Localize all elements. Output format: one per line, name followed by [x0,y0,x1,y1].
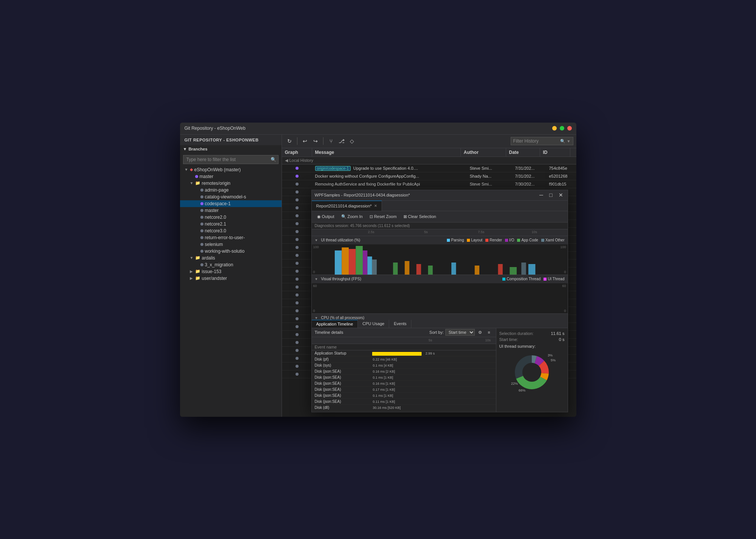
timeline-row-disk-json-5[interactable]: Disk (json:SEA) 0.1 ms [1 KB] [312,393,496,399]
svg-rect-11 [451,263,456,275]
tl-bar-area-disk-sys: 0.1 ms [4 KB] [372,363,496,368]
sidebar: Git Repository - eShopOnWeb ▼ Branches 🔍… [180,135,282,417]
legend-composition: Composition Thread [502,277,540,281]
commit-row-0[interactable]: origin/codespace-1 Upgrade to use Specif… [282,164,576,172]
diag-tab-close-icon[interactable]: ✕ [374,204,377,208]
graph-cell-2 [282,180,312,188]
svg-rect-15 [521,263,526,275]
col-event-name: Event name [315,345,448,349]
sort-select[interactable]: Start time Duration [445,329,475,336]
tab-events[interactable]: Events [389,320,411,328]
tree-item-master-remote[interactable]: master [180,207,282,214]
timeline-row-disk-json-6[interactable]: Disk (json:SEA) 0.11 ms [1 KB] [312,399,496,405]
tag-button[interactable]: ◇ [348,137,357,146]
diag-title-bar: WPFSamples - Report20211014-0434.diagses… [312,190,568,201]
diag-close-button[interactable]: ✕ [557,192,565,198]
tree-item-3x-migration[interactable]: 3_x_migration [180,261,282,268]
minimize-button[interactable] [552,126,557,131]
legend-render: Render [485,238,502,242]
tree-item-codespace-1[interactable]: codespace-1 [180,200,282,207]
branches-header[interactable]: ▼ Branches [180,145,282,153]
tl-name-disk-json-6: Disk (json:SEA) [312,399,372,404]
tab-cpu-usage[interactable]: CPU Usage [358,320,389,328]
timeline-row-disk-json-1[interactable]: Disk (json:SEA) 0.16 ms [2 KB] [312,369,496,375]
diag-inner-toolbar: ◉ Output 🔍 Zoom In ⊡ Reset Zoom ⊠ Clear … [312,211,568,223]
tree-item-working-with[interactable]: working-with-solutio [180,248,282,255]
filter-history-input[interactable] [513,138,559,144]
tree-item-ardalis[interactable]: ▼ 📁 ardalis [180,255,282,261]
tl-name-disk-json-5: Disk (json:SEA) [312,393,372,398]
tree-item-user-andster[interactable]: ▶ 📁 user/andster [180,275,282,282]
tree-item-issue-153[interactable]: ▶ 📁 issue-153 [180,268,282,275]
legend-dot-layout [467,239,470,242]
branch-button[interactable]: ⑂ [326,137,336,146]
sort-options-button[interactable]: ⚙ [476,329,484,336]
timeline-row-disk-sys[interactable]: Disk (sys) 0.1 ms [4 KB] [312,362,496,369]
zoom-in-icon: 🔍 [341,214,346,219]
commit-dot-5 [296,206,299,209]
id-cell-0: 754c845e [546,164,576,172]
tree-item-netcore30[interactable]: netcore3.0 [180,227,282,234]
tree-item-return-error[interactable]: return-error-to-user- [180,234,282,241]
timeline-row-disk-dll-2[interactable]: Disk (dll) 3.06 ms [104 KB] [312,411,496,412]
tl-duration-app-startup: 2.99 s [424,352,435,355]
svg-rect-5 [367,256,372,275]
commit-row-2[interactable]: Removing AuthService and fixing Dockerfi… [282,180,576,188]
tl-bar-area-disk-dll-1: 30.16 ms [520 KB] [372,405,496,410]
redo-button[interactable]: ↪ [311,137,320,146]
tree-item-selenium[interactable]: selenium [180,241,282,248]
timeline-rows: Application Startup 2.99 s Disk (pf) 0.2… [312,350,496,412]
commit-row-1[interactable]: Docker working without Configure Configu… [282,172,576,180]
diag-minimize-button[interactable]: ─ [538,192,545,198]
maximize-button[interactable] [560,126,564,131]
tree-item-netcore20[interactable]: netcore2.0 [180,214,282,221]
timeline-row-disk-json-2[interactable]: Disk (json:SEA) 0.1 ms [1 KB] [312,375,496,381]
start-time-value: 0 s [559,337,565,342]
group-button[interactable]: ≡ [485,329,493,336]
filter-dropdown-icon[interactable]: ▼ [567,139,571,143]
commit-dot-8 [296,230,299,233]
graph-cell-3 [282,188,312,196]
tree-item-master[interactable]: master [180,173,282,180]
commit-dot-17 [296,301,299,304]
tree-item-catalog-viewmodel[interactable]: catalog-viewmodel-s [180,193,282,200]
tree-item-netcore21[interactable]: netcore2.1 [180,221,282,227]
close-button[interactable] [567,126,572,131]
tree-item-remotes-origin[interactable]: ▼ 📁 remotes/origin [180,180,282,187]
graph-cell-9 [282,236,312,243]
undo-button[interactable]: ↩ [300,137,309,146]
diag-maximize-button[interactable]: □ [548,192,554,198]
chart-fps-header[interactable]: ▼ Visual throughput (FPS) Composition Th… [312,275,568,283]
zoom-in-button[interactable]: 🔍 Zoom In [339,213,365,220]
timeline-row-disk-json-4[interactable]: Disk (json:SEA) 0.17 ms [1 KB] [312,387,496,393]
timeline-row-disk-pf[interactable]: Disk (pf) 0.22 ms [46 KB] [312,356,496,362]
filter-box: 🔍 [183,155,279,164]
donut-label-66pct: 66% [519,389,525,392]
chart-collapse-icon-2: ▼ [315,277,318,281]
tree-item-admin-page[interactable]: admin-page [180,187,282,193]
graph-cell-22 [282,339,312,346]
merge-button[interactable]: ⎇ [337,137,346,146]
chart-cpu-label: CPU (% of all processors) [321,316,364,320]
reset-zoom-button[interactable]: ⊡ Reset Zoom [367,213,399,220]
output-button[interactable]: ◉ Output [315,213,337,220]
legend-ui-thread-fps: UI Thread [544,277,564,281]
branch-filter-input[interactable] [183,155,279,164]
col-header-id: ID [540,148,570,157]
chart-ui-thread-header[interactable]: ▼ UI thread utilization (%) Parsing Layo… [312,236,568,244]
tl-name-disk-dll-2: Disk (dll) [312,412,372,412]
svg-rect-16 [528,264,535,275]
diag-tab-report[interactable]: Report20211014.diagsession* ✕ [312,201,382,211]
refresh-button[interactable]: ↻ [285,137,294,146]
timeline-row-disk-json-3[interactable]: Disk (json:SEA) 0.16 ms [1 KB] [312,381,496,387]
tab-application-timeline[interactable]: Application Timeline [312,320,358,328]
local-history-label: Local History [289,158,314,163]
tree-item-eshop-root[interactable]: ▼ ◆ eShopOnWeb (master) [180,166,282,173]
donut-label-5pct: 5% [551,358,556,362]
timeline-row-disk-dll-1[interactable]: Disk (dll) 30.16 ms [520 KB] [312,405,496,411]
donut-label-3pct: 3% [548,353,553,357]
clear-selection-button[interactable]: ⊠ Clear Selection [401,213,439,220]
chart-cpu-header[interactable]: ▼ CPU (% of all processors) [312,314,568,320]
timeline-row-app-startup[interactable]: Application Startup 2.99 s [312,350,496,356]
graph-cell-17 [282,299,312,307]
